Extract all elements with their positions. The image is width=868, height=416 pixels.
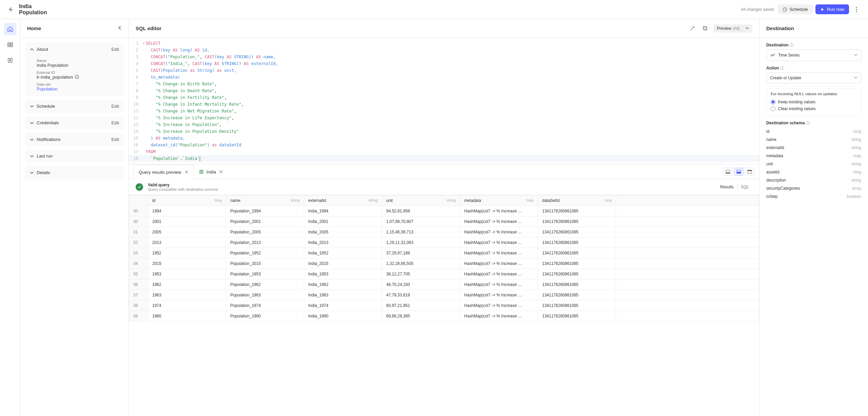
col-header[interactable]: metadatamap xyxy=(460,195,538,206)
close-tab-india[interactable] xyxy=(219,169,223,174)
svg-text:i: i xyxy=(808,122,808,125)
dest-select[interactable]: Time Series xyxy=(766,49,861,61)
run-now-label: Run now xyxy=(827,7,844,12)
play-icon xyxy=(820,7,825,12)
table-row[interactable]: 312005Population_2005India_20051,15,46,3… xyxy=(129,227,759,237)
cell-dataSetId: 1341176260861065 xyxy=(538,311,616,321)
col-header[interactable]: unitstring xyxy=(382,195,460,206)
accordion-schedule-head[interactable]: Schedule Edit xyxy=(25,100,124,113)
copy-sql-button[interactable] xyxy=(701,24,710,33)
more-menu-button[interactable] xyxy=(852,5,861,14)
chevron-down-icon xyxy=(30,171,34,175)
col-header[interactable]: idlong xyxy=(148,195,226,206)
accordion-notifications: Notifications Edit xyxy=(25,133,124,146)
preview-button[interactable]: Preview (All) xyxy=(713,24,752,33)
cell-id: 1952 xyxy=(148,248,226,258)
table-row[interactable]: 301994Population_1994India_199494,52,61,… xyxy=(129,206,759,216)
accordion-details-head[interactable]: Details xyxy=(25,166,124,179)
schema-row: idlong xyxy=(766,127,861,136)
mode-sql[interactable]: SQL xyxy=(737,183,752,191)
rail-runs[interactable] xyxy=(4,54,16,66)
cell-unit: 1,15,46,38,713 xyxy=(382,227,460,237)
accordion-last-run-head[interactable]: Last run xyxy=(25,149,124,163)
svg-rect-6 xyxy=(76,76,79,79)
table-row[interactable]: 322013Population_2013India_20131,29,11,3… xyxy=(129,237,759,248)
accordion-schedule-label: Schedule xyxy=(37,104,55,109)
tab-india-label: India xyxy=(206,169,216,174)
cell-unit: 60,97,21,951 xyxy=(382,300,460,311)
col-header[interactable]: dataSetIdlong xyxy=(538,195,616,206)
tab-india[interactable]: India xyxy=(194,164,229,179)
col-header[interactable]: externalIdstring xyxy=(304,195,382,206)
mode-results[interactable]: Results xyxy=(717,183,737,191)
radio-keep[interactable] xyxy=(771,100,775,104)
table-row[interactable]: 351953Population_1953India_195338,12,27,… xyxy=(129,269,759,279)
cell-dataSetId: 1341176260861065 xyxy=(538,237,616,248)
table-row[interactable]: 381974Population_1974India_197460,97,21,… xyxy=(129,300,759,311)
cell-dataSetId: 1341176260861065 xyxy=(538,248,616,258)
collapse-panel-button[interactable] xyxy=(118,25,123,32)
schema-row: namestring xyxy=(766,136,861,144)
cell-name: Population_2013 xyxy=(226,237,304,248)
cell-externalId: India_2005 xyxy=(304,227,382,237)
back-button[interactable] xyxy=(7,5,15,14)
layout-toggles xyxy=(723,168,754,176)
rail-home[interactable] xyxy=(4,23,16,35)
layout-split[interactable] xyxy=(734,168,744,176)
wand-icon xyxy=(690,26,695,31)
chevron-down-icon xyxy=(854,76,857,79)
table-row[interactable]: 342015Population_2015India_20151,32,28,6… xyxy=(129,258,759,269)
table-row[interactable]: 371963Population_1963India_196347,79,33,… xyxy=(129,290,759,300)
schedule-edit-link[interactable]: Edit xyxy=(112,104,119,109)
run-now-button[interactable]: Run now xyxy=(815,4,849,14)
rail-tables[interactable] xyxy=(4,39,16,51)
extid-text: tr-india_population xyxy=(37,75,73,80)
layout-full[interactable] xyxy=(745,168,754,176)
copy-icon xyxy=(703,26,708,31)
about-edit-link[interactable]: Edit xyxy=(112,47,119,52)
close-tab-preview[interactable] xyxy=(184,170,189,174)
col-header[interactable]: namestring xyxy=(226,195,304,206)
svg-rect-13 xyxy=(726,172,730,173)
copy-icon[interactable] xyxy=(75,75,80,80)
layout-collapse[interactable] xyxy=(723,168,733,176)
preview-dropdown[interactable] xyxy=(743,26,749,31)
radio-clear[interactable] xyxy=(771,106,775,111)
credentials-edit-link[interactable]: Edit xyxy=(112,120,119,125)
cell-name: Population_1974 xyxy=(226,300,304,311)
home-panel-header: Home xyxy=(20,19,129,38)
format-button[interactable] xyxy=(688,24,697,33)
accordion-notifications-head[interactable]: Notifications Edit xyxy=(25,133,124,146)
null-opt-keep[interactable]: Keep existing values xyxy=(771,99,857,105)
cell-id: 2015 xyxy=(148,258,226,269)
results-mode-toggle: Results SQL xyxy=(717,183,752,191)
table-row[interactable]: 361962Population_1962India_196246,70,24,… xyxy=(129,279,759,290)
cell-id: 1962 xyxy=(148,279,226,290)
notifications-edit-link[interactable]: Edit xyxy=(112,137,119,142)
action-select[interactable]: Create or Update xyxy=(766,72,861,83)
page-title: India Population xyxy=(19,3,47,16)
results-table-wrap[interactable]: idlongnamestringexternalIdstringunitstri… xyxy=(129,195,759,416)
schema-row: metadatamap xyxy=(766,152,861,160)
null-opt-clear[interactable]: Clear existing values xyxy=(771,105,857,112)
table-row[interactable]: 331952Population_1952India_195237,29,97,… xyxy=(129,248,759,258)
schedule-button[interactable]: Schedule xyxy=(778,4,812,14)
cell-metadata: HashMap(col7 -> % Increase … xyxy=(460,279,538,290)
table-row[interactable]: 302001Population_2001India_20011,07,89,7… xyxy=(129,216,759,227)
schema-row: assetIdlong xyxy=(766,168,861,176)
check-icon xyxy=(136,183,143,191)
cell-name: Population_2001 xyxy=(226,216,304,227)
cell-name: Population_1963 xyxy=(226,290,304,300)
cell-externalId: India_2013 xyxy=(304,237,382,248)
accordion-about-head[interactable]: About Edit xyxy=(25,43,124,56)
accordion-credentials-head[interactable]: Credentials Edit xyxy=(25,116,124,129)
svg-rect-7 xyxy=(75,75,78,78)
cell-externalId: India_2015 xyxy=(304,258,382,269)
sql-code-editor[interactable]: 1▾SELECT2 CAST(key AS long) AS id,3 CONC… xyxy=(129,38,759,164)
tab-query-results-preview[interactable]: Query results preview xyxy=(134,165,194,179)
accordion-credentials-label: Credentials xyxy=(37,120,59,125)
dataset-link[interactable]: Population xyxy=(37,86,119,91)
cell-name: Population_1962 xyxy=(226,279,304,290)
accordion-details: Details xyxy=(25,166,124,179)
table-row[interactable]: 391980Population_1980India_198069,68,28,… xyxy=(129,311,759,321)
